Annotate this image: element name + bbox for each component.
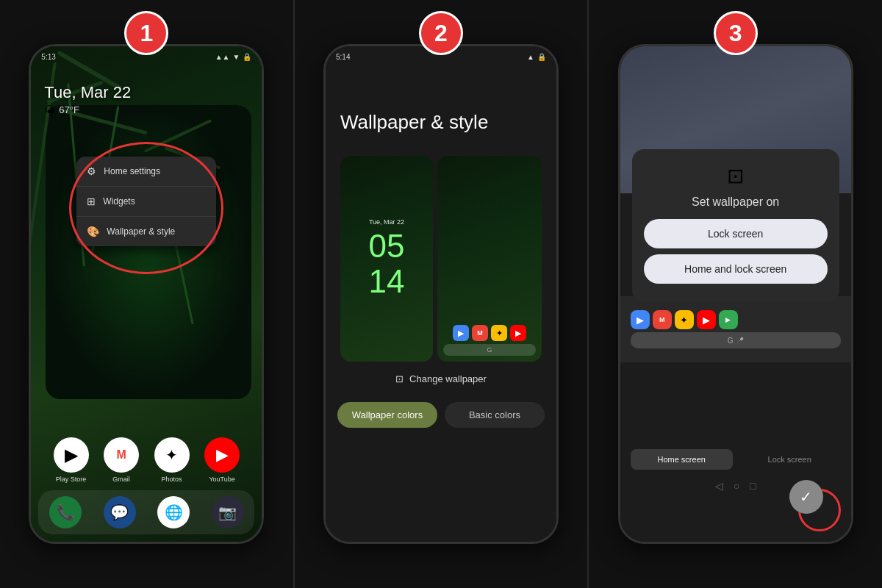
wallpaper-preview-container: Tue, Mar 22 05 14 ▶ M ✦ ▶ [326,156,556,362]
widgets-icon: ⊞ [87,196,96,207]
wallpaper-tabs: Wallpaper colors Basic colors [326,396,556,434]
tab-home-screen[interactable]: Home screen [631,449,733,470]
lock-time-display: 05 14 [369,229,405,300]
mini-icon-1: ▶ [453,325,469,341]
app-gmail[interactable]: M Gmail [104,437,139,483]
preview-icon-4: ▶ [697,310,716,329]
g-icon: G [728,337,734,345]
wifi-icon: ▼ [232,53,240,61]
preview-strip-content: ▶ M ✦ ▶ ▶ G 🎤 [631,310,841,348]
nav-back[interactable]: ◁ [715,480,723,492]
preview-icon-3: ✦ [675,310,694,329]
nav-home[interactable]: ○ [734,480,739,492]
app-icons-row: ▶ Play Store M Gmail ✦ Photos ▶ YouTube [31,437,262,483]
dock-bar: 📞 💬 🌐 📷 [38,490,254,534]
home-preview-icons: ▶ M ✦ ▶ [443,325,536,341]
panel-2: 2 5:14 ▲ 🔒 Wallpaper & style Tue, Mar 22 [295,0,589,588]
context-wallpaper-label: Wallpaper & style [107,226,175,237]
home-search-bar-mini: G [443,344,536,356]
battery-icon: 🔒 [243,53,251,61]
status-icons-1: ▲▲ ▼ 🔒 [215,53,252,61]
confirm-check-button[interactable]: ✓ [789,480,823,514]
phone-frame-1: 5:13 ▲▲ ▼ 🔒 Tue, Mar 22 🌤 67°F [29,44,264,544]
screen-tabs: Home screen Lock screen [620,443,851,476]
confirm-circle-border: ✓ [798,489,841,531]
status-icons-2: ▲ 🔒 [527,53,546,61]
phone-frame-3: ⊡ Set wallpaper on Lock screen Home and … [618,44,853,544]
signal-icon-2: ▲ [527,53,534,61]
status-time-2: 5:14 [336,53,350,61]
context-item-wallpaper[interactable]: 🎨 Wallpaper & style [76,217,216,246]
dock-messages[interactable]: 💬 [104,496,136,528]
status-time-1: 5:13 [41,53,55,61]
dock-chrome[interactable]: 🌐 [157,496,190,528]
tab-basic-colors[interactable]: Basic colors [445,402,545,428]
context-home-settings-label: Home settings [104,166,160,176]
wallpaper-preview-home[interactable]: ▶ M ✦ ▶ G [437,156,542,362]
mini-icon-2: M [472,325,488,341]
google-g-mini: G [487,346,492,354]
preview-search-bar: G 🎤 [631,332,841,348]
settings-icon: ⚙ [87,165,96,177]
battery-icon-2: 🔒 [537,53,546,61]
tab-lock-screen[interactable]: Lock screen [739,449,841,470]
context-item-widgets[interactable]: ⊞ Widgets [76,187,216,217]
context-widgets-label: Widgets [103,196,135,207]
dialog-wallpaper-icon: ⊡ [644,164,828,188]
app-photos-label: Photos [162,476,182,483]
app-youtube-label: YouTube [209,476,234,483]
change-wallpaper-icon: ⊡ [395,373,404,384]
tutorial-container: 1 5:13 ▲ [0,0,882,588]
app-photos[interactable]: ✦ Photos [154,437,190,483]
preview-mini-icons: ▶ M ✦ ▶ ▶ [631,310,841,329]
mini-icon-4: ▶ [510,325,526,341]
change-wallpaper-button[interactable]: ⊡ Change wallpaper [326,373,556,384]
step-badge-2: 2 [419,11,463,55]
wallpaper-preview-lock[interactable]: Tue, Mar 22 05 14 [340,156,433,362]
app-youtube[interactable]: ▶ YouTube [204,437,240,483]
signal-icon: ▲▲ [215,53,230,61]
lock-date-mini: Tue, Mar 22 [369,218,404,226]
phone3-background: ⊡ Set wallpaper on Lock screen Home and … [620,46,851,542]
weather-row: 🌤 67°F [44,104,131,115]
mini-icon-3: ✦ [491,325,507,341]
tab-wallpaper-colors[interactable]: Wallpaper colors [337,402,437,428]
weather-temp: 67°F [59,104,79,115]
confirm-button-container: ✓ [798,489,841,531]
context-item-home-settings[interactable]: ⚙ Home settings [76,157,216,187]
phone3-preview-strip: ▶ M ✦ ▶ ▶ G 🎤 [620,296,851,362]
phone1-background: 5:13 ▲▲ ▼ 🔒 Tue, Mar 22 🌤 67°F [31,46,262,542]
dialog-title: Set wallpaper on [644,196,828,209]
dialog-home-lock-btn[interactable]: Home and lock screen [644,254,828,284]
phone-frame-2: 5:14 ▲ 🔒 Wallpaper & style Tue, Mar 22 0… [323,44,559,544]
context-menu: ⚙ Home settings ⊞ Widgets 🎨 Wallpaper & … [76,157,216,246]
panel-3: 3 ⊡ Set wallpaper on Lock screen Home an… [589,0,882,588]
date-display: Tue, Mar 22 [44,83,131,102]
wallpaper-icon: 🎨 [87,226,99,237]
dialog-lock-screen-btn[interactable]: Lock screen [644,219,828,248]
weather-icon: 🌤 [44,104,54,115]
step-badge-1: 1 [124,11,168,55]
change-wallpaper-label: Change wallpaper [409,373,487,384]
dock-camera[interactable]: 📷 [212,496,244,528]
preview-icon-5: ▶ [719,310,738,329]
app-playstore-label: Play Store [56,476,87,483]
preview-icon-1: ▶ [631,310,650,329]
preview-icon-2: M [653,310,672,329]
nav-recents[interactable]: □ [750,480,756,492]
mic-icon: 🎤 [736,337,744,344]
screen-tabs-container: Home screen Lock screen [620,436,851,476]
app-playstore[interactable]: ▶ Play Store [54,437,89,483]
app-gmail-label: Gmail [112,476,130,483]
wallpaper-style-title: Wallpaper & style [326,67,556,148]
step-badge-3: 3 [714,11,758,55]
dock-phone[interactable]: 📞 [49,496,82,528]
set-wallpaper-dialog: ⊡ Set wallpaper on Lock screen Home and … [632,149,839,301]
panel-1: 1 5:13 ▲ [0,0,295,588]
phone2-background: 5:14 ▲ 🔒 Wallpaper & style Tue, Mar 22 0… [326,46,556,542]
